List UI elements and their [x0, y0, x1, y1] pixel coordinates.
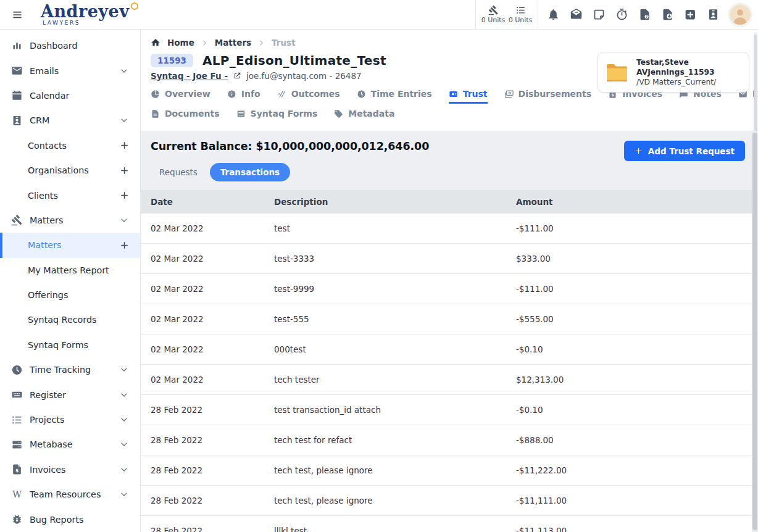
table-row[interactable]: 02 Mar 2022 tech tester $12,313.00	[141, 365, 758, 395]
tab[interactable]: Outcomes	[277, 89, 340, 104]
sidebar-item[interactable]: Offerings	[0, 283, 140, 307]
plus-icon[interactable]	[120, 191, 129, 200]
w-icon: W	[11, 489, 23, 501]
chevron-down-icon[interactable]	[119, 115, 129, 125]
sidebar-item[interactable]: Matters	[0, 233, 140, 257]
external-link-icon[interactable]	[233, 72, 241, 80]
chevron-down-icon[interactable]	[119, 215, 129, 225]
sidebar-item[interactable]: My Matters Report	[0, 258, 140, 283]
transactions-table: 02 Mar 2022 test -$111.00 02 Mar 2022 te…	[141, 214, 758, 532]
description-cell: tech test, please ignore	[274, 496, 516, 505]
table-row[interactable]: 28 Feb 2022 lllkl test -$11,113.00	[141, 516, 758, 532]
trust-view-toggle: Requests Transactions	[151, 163, 748, 181]
sidebar-item[interactable]: Contacts	[0, 133, 140, 158]
sidebar-item[interactable]: Metabase	[0, 432, 140, 457]
sidebar-item[interactable]: Syntaq Forms	[0, 333, 140, 357]
tab[interactable]: Info	[227, 89, 260, 104]
column-header[interactable]: Description	[274, 197, 516, 207]
client-link[interactable]: Syntaq - Joe Fu -	[151, 71, 228, 81]
sidebar-item[interactable]: CRM	[0, 108, 140, 133]
matter-folder-card[interactable]: Testar,Steve AVJennings_11593 /VD Matter…	[598, 52, 749, 93]
sidebar-item-label: Offerings	[28, 290, 68, 300]
note-icon[interactable]	[593, 8, 606, 21]
date-cell: 02 Mar 2022	[151, 254, 274, 264]
plus-icon[interactable]	[120, 141, 129, 150]
user-avatar[interactable]	[730, 4, 751, 25]
toggle-option[interactable]: Transactions	[210, 163, 290, 181]
description-cell: lllkl test	[274, 526, 516, 532]
sidebar-item[interactable]: Organisations	[0, 158, 140, 183]
table-row[interactable]: 02 Mar 2022 test-9999 -$111.00	[141, 274, 758, 304]
table-row[interactable]: 02 Mar 2022 000test -$0.10	[141, 335, 758, 365]
sidebar-item[interactable]: Clients	[0, 183, 140, 207]
chevron-down-icon[interactable]	[119, 390, 129, 400]
column-header[interactable]: Amount	[516, 197, 748, 207]
breadcrumb-item[interactable]: Trust	[272, 38, 295, 48]
table-row[interactable]: 02 Mar 2022 test-555 -$555.00	[141, 304, 758, 335]
units-counter[interactable]: 0 Units	[480, 5, 507, 24]
chevron-down-icon[interactable]	[119, 415, 129, 425]
breadcrumb-item[interactable]: Home	[167, 38, 194, 48]
sidebar-item[interactable]: Dashboard	[0, 33, 140, 58]
sidebar-item-label: Invoices	[30, 465, 66, 475]
chevron-down-icon[interactable]	[119, 365, 129, 375]
tab[interactable]: Metadata	[334, 109, 394, 123]
tab[interactable]: Syntaq Forms	[236, 109, 318, 123]
main-scrollbar-thumb[interactable]	[752, 133, 757, 530]
table-row[interactable]: 28 Feb 2022 tech test, please ignore -$1…	[141, 455, 758, 486]
main-scrollbar[interactable]	[752, 131, 758, 532]
tab[interactable]: Disbursements	[504, 89, 592, 104]
sidebar-item[interactable]: Syntaq Records	[0, 307, 140, 332]
inbox-open-icon[interactable]	[570, 8, 583, 21]
sidebar-item[interactable]: Time Tracking	[0, 357, 140, 382]
date-cell: 28 Feb 2022	[151, 405, 274, 415]
sidebar-item[interactable]: Matters	[0, 208, 140, 233]
table-row[interactable]: 02 Mar 2022 test -$111.00	[141, 214, 758, 244]
chevron-down-icon[interactable]	[119, 439, 129, 449]
tab[interactable]: Documents	[151, 109, 220, 123]
plus-icon[interactable]	[120, 241, 129, 250]
list-icon	[515, 5, 526, 15]
tab[interactable]: Overview	[151, 89, 210, 104]
add-trust-request-button[interactable]: Add Trust Request	[624, 141, 745, 161]
description-cell: 000test	[274, 344, 516, 354]
app-logo[interactable]: Andreyev LAWYERS	[41, 3, 129, 26]
tab[interactable]: Trust	[449, 89, 488, 104]
sidebar-item[interactable]: Emails	[0, 58, 140, 83]
hamburger-menu-icon[interactable]	[10, 10, 24, 20]
plus-square-icon[interactable]	[684, 8, 697, 21]
amount-cell: $12,313.00	[516, 375, 748, 384]
file-download-icon[interactable]	[661, 8, 674, 21]
plus-icon[interactable]	[120, 166, 129, 175]
timer-icon[interactable]	[615, 8, 628, 21]
id-card-icon[interactable]	[707, 8, 720, 21]
table-row[interactable]: 28 Feb 2022 test transaction_id attach -…	[141, 395, 758, 425]
description-cell: test-9999	[274, 284, 516, 294]
chevron-down-icon[interactable]	[119, 66, 129, 76]
clock-icon	[357, 89, 366, 99]
table-row[interactable]: 02 Mar 2022 test-3333 $333.00	[141, 244, 758, 274]
sidebar-item[interactable]: Register	[0, 382, 140, 407]
sidebar-nav: Dashboard Emails Calendar CRM Contacts	[0, 30, 141, 532]
chevron-down-icon[interactable]	[119, 465, 129, 475]
bell-icon[interactable]	[547, 8, 560, 21]
table-row[interactable]: 28 Feb 2022 tech test for refact -$888.0…	[141, 425, 758, 455]
sidebar-item[interactable]: W Team Resources	[0, 482, 140, 507]
sidebar-item[interactable]: Calendar	[0, 83, 140, 108]
sidebar-item[interactable]: Projects	[0, 407, 140, 432]
amount-cell: -$555.00	[516, 314, 748, 324]
toggle-option[interactable]: Requests	[151, 163, 206, 181]
units-label: 0 Units	[509, 16, 533, 24]
column-header[interactable]: Date	[151, 197, 274, 207]
file-question-icon[interactable]: ?	[638, 8, 651, 21]
chevron-down-icon[interactable]	[119, 489, 129, 499]
table-row[interactable]: 28 Feb 2022 tech test, please ignore -$1…	[141, 486, 758, 516]
tab[interactable]: Time Entries	[357, 89, 432, 104]
sidebar-item[interactable]: Bug Reports	[0, 507, 140, 531]
units-counter[interactable]: 0 Units	[507, 5, 534, 24]
logo-subtitle: LAWYERS	[41, 20, 129, 26]
sidebar-item-label: Projects	[30, 415, 64, 425]
home-icon[interactable]	[151, 38, 160, 48]
sidebar-item[interactable]: $ Invoices	[0, 457, 140, 482]
breadcrumb-item[interactable]: Matters	[215, 38, 251, 48]
